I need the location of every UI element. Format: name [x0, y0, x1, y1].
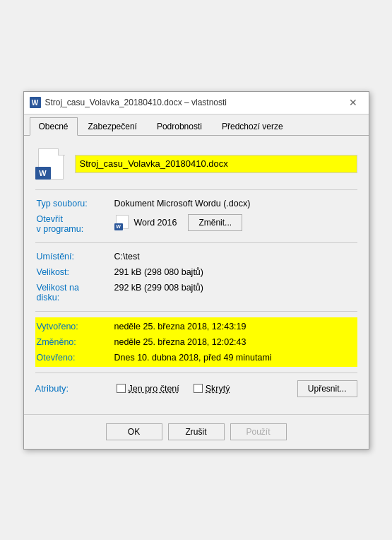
created-row: Vytvořeno: neděle 25. března 2018, 12:43…: [35, 319, 357, 334]
titlebar-left: W Stroj_casu_Volavka_20180410.docx – vla…: [30, 97, 227, 108]
word-file-icon: W: [35, 147, 65, 181]
filename-input[interactable]: [75, 155, 357, 173]
dates-table: Vytvořeno: neděle 25. března 2018, 12:43…: [35, 319, 357, 365]
icon-w-badge: W: [35, 167, 51, 180]
tab-obecne[interactable]: Obecné: [30, 117, 78, 136]
readonly-checkbox-item: Jen pro čtení: [117, 384, 179, 394]
open-program-row: W Word 2016 Změnit...: [114, 214, 356, 231]
word-small-icon: W: [114, 215, 129, 230]
apply-button[interactable]: Použít: [230, 423, 287, 440]
titlebar-word-icon: W: [30, 97, 41, 108]
hidden-checkbox-item: Skrytý: [194, 384, 230, 394]
open-with-app: Word 2016: [134, 218, 177, 228]
size-disk-label: Velikost nadisku:: [35, 280, 113, 305]
created-label: Vytvořeno:: [35, 319, 113, 334]
size-value: 291 kB (298 080 bajtů): [113, 264, 357, 280]
close-button[interactable]: ✕: [343, 95, 363, 110]
advanced-button[interactable]: Upřesnit...: [297, 380, 357, 397]
cancel-button[interactable]: Zrušit: [168, 423, 225, 440]
separator-3: [35, 311, 357, 312]
file-type-row: Typ souboru: Dokument Microsoft Wordu (.…: [35, 196, 357, 211]
hidden-checkbox[interactable]: [194, 384, 203, 393]
ok-button[interactable]: OK: [106, 423, 162, 440]
location-value: C:\test: [113, 249, 357, 264]
tabs-bar: Obecné Zabezpečení Podrobnosti Předchozí…: [24, 115, 369, 136]
highlighted-dates: Vytvořeno: neděle 25. března 2018, 12:43…: [35, 317, 357, 367]
tab-content: W Typ souboru: Dokument Microsoft Wordu …: [24, 136, 369, 409]
separator-4: [35, 372, 357, 373]
titlebar: W Stroj_casu_Volavka_20180410.docx – vla…: [24, 92, 369, 115]
tab-zabezpeceni[interactable]: Zabezpečení: [79, 117, 146, 135]
tab-predchozi-verze[interactable]: Předchozí verze: [213, 117, 292, 135]
size-label: Velikost:: [35, 264, 113, 280]
opened-value: Dnes 10. dubna 2018, před 49 minutami: [113, 350, 357, 365]
file-type-value: Dokument Microsoft Wordu (.docx): [113, 196, 357, 211]
change-button[interactable]: Změnit...: [188, 214, 242, 231]
properties-window: W Stroj_casu_Volavka_20180410.docx – vla…: [23, 91, 369, 450]
opened-row: Otevřeno: Dnes 10. dubna 2018, před 49 m…: [35, 350, 357, 365]
readonly-label: Jen pro čtení: [129, 384, 179, 394]
info-table-2: Umístění: C:\test Velikost: 291 kB (298 …: [35, 249, 357, 305]
tab-podrobnosti[interactable]: Podrobnosti: [148, 117, 211, 135]
modified-value: neděle 25. března 2018, 12:02:43: [113, 334, 357, 350]
attributes-row: Atributy: Jen pro čtení Skrytý Upřesnit.…: [35, 380, 357, 397]
size-disk-row: Velikost nadisku: 292 kB (299 008 bajtů): [35, 280, 357, 305]
footer: OK Zrušit Použít: [24, 414, 369, 449]
hidden-label: Skrytý: [206, 384, 230, 394]
size-disk-value: 292 kB (299 008 bajtů): [113, 280, 357, 305]
open-with-row: Otevřítv programu: W Word 2016 Změnit...: [35, 211, 357, 237]
file-header: W: [35, 147, 357, 181]
readonly-checkbox[interactable]: [117, 384, 126, 393]
sm-badge: W: [114, 223, 123, 230]
modified-label: Změněno:: [35, 334, 113, 350]
info-table: Typ souboru: Dokument Microsoft Wordu (.…: [35, 196, 357, 237]
open-with-label: Otevřítv programu:: [35, 211, 113, 237]
file-type-label: Typ souboru:: [35, 196, 113, 211]
opened-label: Otevřeno:: [35, 350, 113, 365]
location-label: Umístění:: [35, 249, 113, 264]
attributes-label: Atributy:: [35, 383, 109, 394]
separator-1: [35, 189, 357, 190]
created-value: neděle 25. března 2018, 12:43:19: [113, 319, 357, 334]
modified-row: Změněno: neděle 25. března 2018, 12:02:4…: [35, 334, 357, 350]
icon-corner: [58, 148, 65, 155]
separator-2: [35, 242, 357, 243]
titlebar-title: Stroj_casu_Volavka_20180410.docx – vlast…: [45, 98, 227, 107]
size-row: Velikost: 291 kB (298 080 bajtů): [35, 264, 357, 280]
location-row: Umístění: C:\test: [35, 249, 357, 264]
open-with-cell: W Word 2016 Změnit...: [113, 211, 357, 237]
